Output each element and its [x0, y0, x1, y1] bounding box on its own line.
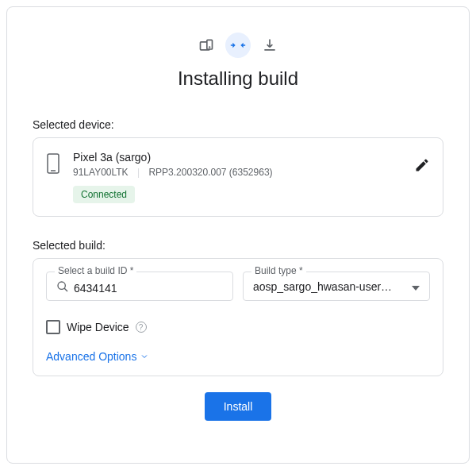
advanced-options-label: Advanced Options [46, 350, 136, 363]
divider: | [137, 167, 140, 178]
build-row: Select a build ID * Build type * aosp_sa… [46, 272, 430, 301]
build-id-label: Select a build ID * [55, 265, 136, 276]
page-title: Installing build [33, 67, 443, 90]
svg-point-5 [58, 282, 65, 289]
build-section-label: Selected build: [33, 239, 443, 252]
build-box: Select a build ID * Build type * aosp_sa… [33, 258, 443, 376]
build-type-field[interactable]: Build type * aosp_sargo_hwasan-user… [243, 272, 430, 301]
phone-icon [46, 152, 60, 178]
install-button[interactable]: Install [205, 392, 272, 421]
device-info: Pixel 3a (sargo) 91LAY00LTK | RPP3.20032… [73, 151, 430, 203]
device-name: Pixel 3a (sargo) [73, 151, 430, 164]
step-download-icon[interactable] [257, 33, 282, 58]
svg-point-2 [209, 47, 210, 48]
install-build-card: Installing build Selected device: Pixel … [6, 6, 470, 464]
search-icon [56, 280, 69, 295]
svg-line-6 [64, 288, 67, 291]
device-section-label: Selected device: [33, 118, 443, 131]
status-badge: Connected [73, 186, 135, 203]
wipe-device-row: Wipe Device ? [46, 320, 430, 334]
chevron-down-icon [412, 280, 420, 293]
build-id-input[interactable] [74, 282, 223, 295]
stepper [33, 33, 443, 58]
edit-device-button[interactable] [414, 157, 430, 176]
device-serial: 91LAY00LTK [73, 167, 129, 178]
device-details: 91LAY00LTK | RPP3.200320.007 (6352963) [73, 167, 430, 178]
device-box: Pixel 3a (sargo) 91LAY00LTK | RPP3.20032… [33, 137, 443, 217]
advanced-options-toggle[interactable]: Advanced Options [46, 350, 430, 363]
build-id-field[interactable]: Select a build ID * [46, 272, 233, 301]
step-device-icon[interactable] [194, 33, 219, 58]
step-install-icon[interactable] [225, 33, 251, 58]
wipe-device-checkbox[interactable] [46, 320, 60, 334]
device-build-info: RPP3.200320.007 (6352963) [148, 167, 272, 178]
chevron-down-icon [140, 352, 149, 361]
help-icon[interactable]: ? [136, 322, 147, 333]
wipe-device-label: Wipe Device [67, 321, 129, 333]
build-type-label: Build type * [251, 265, 306, 276]
build-type-value: aosp_sargo_hwasan-user… [253, 280, 407, 293]
